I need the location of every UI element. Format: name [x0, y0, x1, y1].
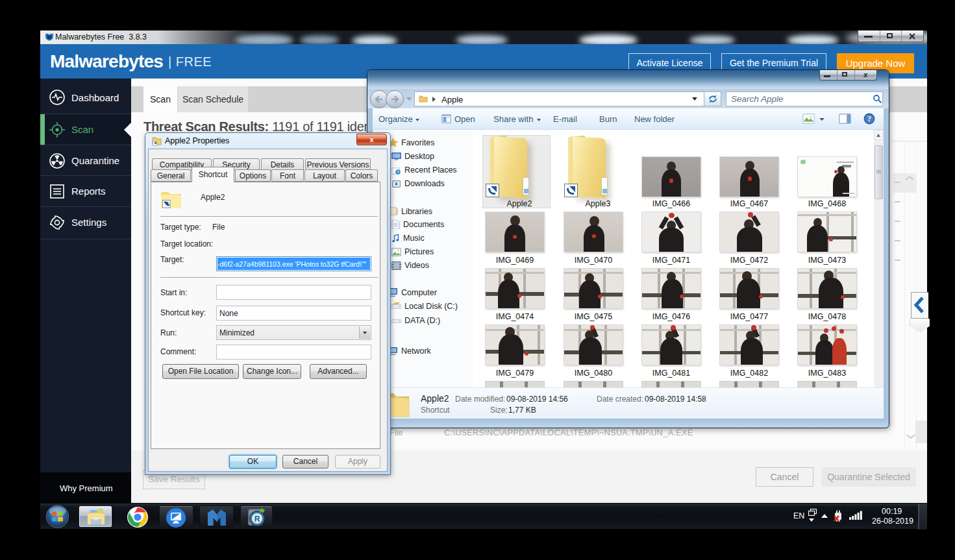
svg-text:?: ?	[867, 115, 871, 123]
svg-text:R: R	[254, 515, 260, 524]
